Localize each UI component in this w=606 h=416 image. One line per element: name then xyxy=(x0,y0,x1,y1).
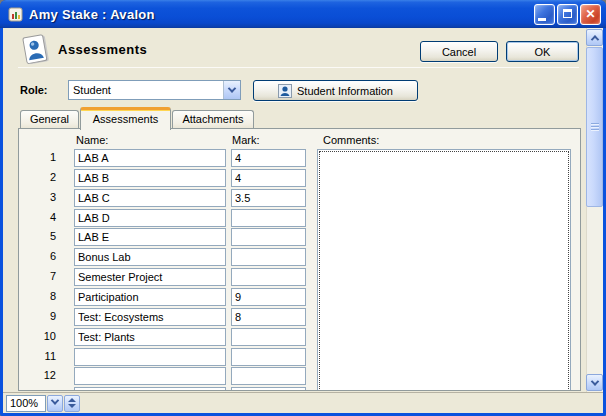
assessment-mark-input[interactable] xyxy=(231,228,306,246)
assessment-mark-input[interactable] xyxy=(231,169,306,187)
row-number: 6 xyxy=(25,250,56,262)
assessment-mark-input[interactable] xyxy=(231,328,306,346)
close-button[interactable]: ✕ xyxy=(580,4,601,25)
name-column-header: Name: xyxy=(76,134,108,146)
assessment-name-input[interactable] xyxy=(74,149,226,167)
row-number: 4 xyxy=(25,211,56,223)
assessments-panel: Name: Mark: Comments: 12345678910111213 xyxy=(18,128,581,391)
status-bar: 100% xyxy=(3,392,603,413)
person-icon xyxy=(278,84,292,98)
assessment-mark-input[interactable] xyxy=(231,248,306,266)
assessment-mark-input[interactable] xyxy=(231,308,306,326)
comments-box xyxy=(317,149,571,391)
assessment-name-input[interactable] xyxy=(74,367,226,385)
assessment-name-input[interactable] xyxy=(74,189,226,207)
zoom-dropdown-button[interactable] xyxy=(47,395,63,412)
comments-textarea[interactable] xyxy=(319,151,569,391)
spinner-down-icon xyxy=(68,404,76,408)
assessment-mark-input[interactable] xyxy=(231,367,306,385)
assessment-name-input[interactable] xyxy=(74,328,226,346)
assessment-name-input[interactable] xyxy=(74,308,226,326)
assessment-name-input[interactable] xyxy=(74,209,226,227)
row-number: 12 xyxy=(25,369,56,381)
ok-button[interactable]: OK xyxy=(506,41,579,62)
maximize-button[interactable] xyxy=(557,4,578,25)
row-number: 7 xyxy=(25,270,56,282)
assessments-person-icon xyxy=(18,34,54,66)
scroll-up-button[interactable] xyxy=(586,29,603,46)
dialog-window: Amy Stake : Avalon ✕ Assessments Cancel … xyxy=(0,0,606,416)
scrollbar-thumb[interactable] xyxy=(586,47,603,207)
tab-attachments[interactable]: Attachments xyxy=(172,110,254,129)
role-select[interactable]: Student xyxy=(68,80,241,100)
close-icon: ✕ xyxy=(585,7,595,21)
page-title: Assessments xyxy=(58,42,147,57)
spinner-up-icon xyxy=(68,398,76,402)
role-selected-value: Student xyxy=(69,84,223,96)
assessment-name-input[interactable] xyxy=(74,268,226,286)
assessment-name-input[interactable] xyxy=(74,169,226,187)
role-label: Role: xyxy=(20,84,48,96)
row-number: 5 xyxy=(25,230,56,242)
chevron-down-icon xyxy=(590,377,598,385)
zoom-spinner[interactable] xyxy=(64,395,80,412)
row-number: 10 xyxy=(25,330,56,342)
tab-assessments[interactable]: Assessments xyxy=(80,107,171,130)
chevron-down-icon xyxy=(228,84,236,92)
tab-general[interactable]: General xyxy=(20,110,79,129)
assessment-name-input[interactable] xyxy=(74,228,226,246)
row-number: 2 xyxy=(25,171,56,183)
row-number: 3 xyxy=(25,191,56,203)
assessment-mark-input[interactable] xyxy=(231,189,306,207)
row-number: 1 xyxy=(25,151,56,163)
assessment-mark-input[interactable] xyxy=(231,288,306,306)
window-title: Amy Stake : Avalon xyxy=(29,7,534,22)
app-icon xyxy=(7,6,24,23)
zoom-level-field[interactable]: 100% xyxy=(6,395,46,412)
row-number: 8 xyxy=(25,290,56,302)
assessment-mark-input[interactable] xyxy=(231,268,306,286)
chevron-down-icon xyxy=(51,396,59,404)
student-information-label: Student Information xyxy=(297,85,393,97)
titlebar[interactable]: Amy Stake : Avalon ✕ xyxy=(0,0,606,28)
dialog-body: Assessments Cancel OK Role: Student Stud… xyxy=(3,28,603,392)
assessment-mark-input[interactable] xyxy=(231,149,306,167)
cancel-button[interactable]: Cancel xyxy=(420,41,498,62)
header-separator xyxy=(18,67,579,68)
assessment-name-input[interactable] xyxy=(74,387,226,391)
mark-column-header: Mark: xyxy=(232,134,260,146)
row-number: 13 xyxy=(25,389,56,391)
assessment-name-input[interactable] xyxy=(74,288,226,306)
assessment-mark-input[interactable] xyxy=(231,209,306,227)
row-number: 9 xyxy=(25,310,56,322)
assessment-name-input[interactable] xyxy=(74,248,226,266)
minimize-icon xyxy=(538,18,546,21)
assessment-name-input[interactable] xyxy=(74,348,226,366)
chevron-up-icon xyxy=(590,35,598,43)
maximize-icon xyxy=(563,9,572,18)
scrollbar-grip-icon xyxy=(591,123,599,131)
student-information-button[interactable]: Student Information xyxy=(253,80,418,101)
assessment-mark-input[interactable] xyxy=(231,387,306,391)
scroll-down-button[interactable] xyxy=(586,374,603,391)
combo-dropdown-button[interactable] xyxy=(223,81,240,99)
comments-header: Comments: xyxy=(323,134,379,146)
minimize-button[interactable] xyxy=(534,4,555,25)
assessment-mark-input[interactable] xyxy=(231,348,306,366)
row-number: 11 xyxy=(25,350,56,362)
vertical-scrollbar[interactable] xyxy=(586,28,603,392)
